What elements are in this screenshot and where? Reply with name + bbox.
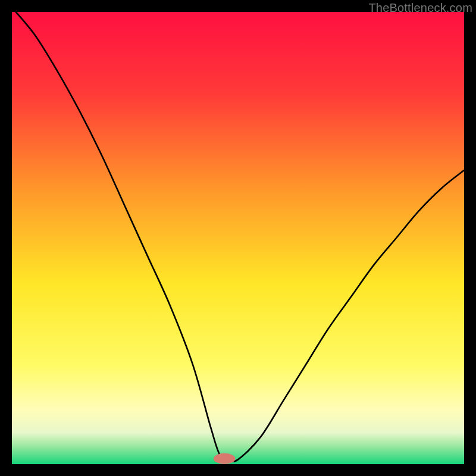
chart-frame: TheBottleneck.com	[0, 0, 476, 476]
plot-area	[12, 12, 464, 464]
optimum-marker	[214, 453, 235, 464]
bottleneck-chart	[12, 12, 464, 464]
